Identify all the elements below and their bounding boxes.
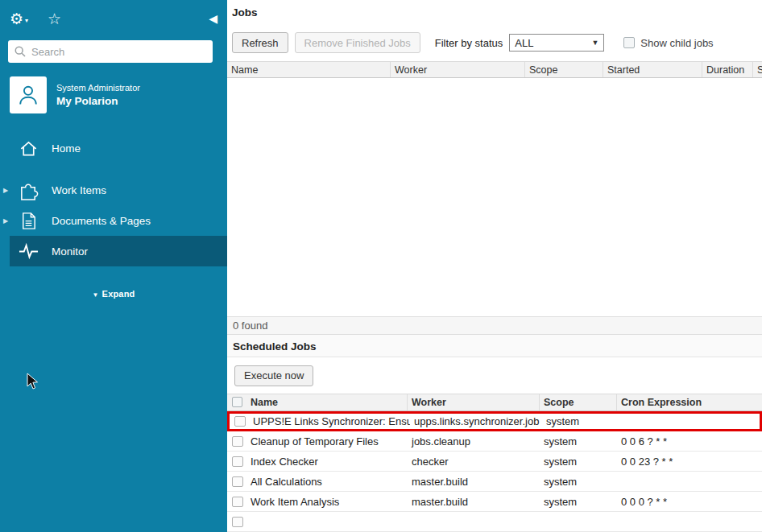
- job-worker: master.build: [408, 496, 540, 508]
- job-name: UPPS!E Links Synchronizer: Ensure: [249, 415, 410, 427]
- collapse-sidebar-icon[interactable]: ◀: [209, 12, 217, 25]
- scheduled-job-row[interactable]: Index Checkercheckersystem0 0 23 ? * *: [227, 452, 762, 472]
- triangle-down-icon: ▼: [92, 291, 98, 299]
- sidebar-item-label: Home: [52, 142, 81, 155]
- job-cron: 0 0 23 ? * *: [617, 456, 762, 468]
- jobs-found-count: 0 found: [227, 316, 762, 335]
- col-status[interactable]: S: [753, 62, 762, 77]
- select-all-checkbox[interactable]: [232, 397, 242, 407]
- row-checkbox[interactable]: [232, 476, 243, 487]
- sidebar-item-work-items[interactable]: ▶ Work Items: [0, 175, 227, 205]
- user-block[interactable]: System Administrator My Polarion: [10, 76, 219, 113]
- row-checkbox-cell: [227, 436, 246, 447]
- col-scope[interactable]: Scope: [540, 394, 617, 410]
- scheduled-job-row[interactable]: All Calculationsmaster.buildsystem: [227, 472, 762, 492]
- col-cron-expression[interactable]: Cron Expression: [617, 394, 762, 410]
- show-child-jobs-checkbox[interactable]: [623, 37, 635, 48]
- job-name: Work Item Analysis: [246, 496, 408, 508]
- gear-icon: ⚙: [10, 11, 23, 27]
- col-name[interactable]: Name: [246, 394, 408, 410]
- workspace-title: My Polarion: [56, 95, 140, 107]
- sidebar-item-label: Documents & Pages: [52, 215, 151, 227]
- sidebar-item-home[interactable]: Home: [0, 133, 227, 163]
- col-started[interactable]: Started: [603, 62, 702, 77]
- page-title: Jobs: [227, 0, 762, 24]
- filter-status-select[interactable]: ALL ▼: [509, 34, 604, 52]
- job-scope: system: [540, 476, 617, 488]
- sidebar-item-monitor[interactable]: Monitor: [10, 236, 227, 266]
- row-checkbox[interactable]: [232, 497, 243, 507]
- user-role: System Administrator: [56, 83, 140, 93]
- scheduled-jobs-title: Scheduled Jobs: [227, 335, 762, 357]
- show-child-jobs-toggle[interactable]: Show child jobs: [623, 37, 713, 49]
- monitor-icon: [18, 241, 39, 262]
- scheduled-toolbar: Execute now: [227, 357, 762, 394]
- settings-menu-button[interactable]: ⚙ ▾: [10, 11, 28, 27]
- job-name: Cleanup of Temporary Files: [246, 435, 408, 447]
- sidebar-search[interactable]: [8, 40, 213, 63]
- expand-label: Expand: [102, 289, 135, 299]
- scheduled-job-row[interactable]: [227, 512, 762, 532]
- filter-by-status-label: Filter by status: [435, 37, 503, 49]
- sidebar-item-label: Work Items: [52, 184, 106, 196]
- col-duration[interactable]: Duration: [702, 62, 753, 77]
- scheduled-job-row[interactable]: UPPS!E Links Synchronizer: Ensureupps.li…: [227, 411, 762, 431]
- sidebar-nav: Home ▶ Work Items ▶ Docum: [0, 133, 227, 266]
- refresh-button[interactable]: Refresh: [232, 32, 288, 53]
- select-all-checkbox-cell: [227, 394, 246, 410]
- expand-navigation-link[interactable]: ▼Expand: [0, 289, 227, 299]
- col-scope[interactable]: Scope: [525, 62, 603, 77]
- user-icon: [16, 83, 40, 107]
- chevron-down-icon: ▾: [25, 17, 28, 24]
- row-checkbox-cell: [227, 476, 246, 487]
- avatar: [10, 76, 47, 113]
- jobs-toolbar: Refresh Remove Finished Jobs Filter by s…: [227, 24, 762, 61]
- home-icon: [18, 138, 39, 159]
- sidebar-top-bar: ⚙ ▾ ☆ ◀: [0, 0, 227, 37]
- job-worker: upps.links.synchronizer.job: [410, 415, 542, 427]
- job-scope: system: [540, 496, 617, 508]
- sidebar-item-label: Monitor: [52, 245, 88, 258]
- job-cron: 0 0 6 ? * *: [617, 435, 762, 447]
- row-checkbox[interactable]: [232, 436, 243, 447]
- jobs-table-body-empty: [227, 78, 762, 316]
- scheduled-table-header: Name Worker Scope Cron Expression: [227, 394, 762, 411]
- sidebar: ⚙ ▾ ☆ ◀ System Administrator: [0, 0, 227, 532]
- expand-arrow-icon[interactable]: ▶: [3, 187, 8, 194]
- execute-now-button[interactable]: Execute now: [234, 365, 313, 386]
- col-name[interactable]: Name: [227, 62, 391, 77]
- job-worker: checker: [408, 456, 540, 468]
- job-scope: system: [542, 415, 619, 427]
- job-worker: master.build: [408, 476, 540, 488]
- remove-finished-jobs-button: Remove Finished Jobs: [295, 32, 420, 53]
- expand-arrow-icon[interactable]: ▶: [3, 217, 8, 225]
- search-icon: [14, 46, 26, 57]
- job-cron: 0 0 0 ? * *: [617, 496, 762, 508]
- show-child-jobs-label: Show child jobs: [640, 37, 713, 49]
- row-checkbox-cell: [227, 456, 246, 467]
- col-worker[interactable]: Worker: [391, 62, 525, 77]
- main-content: Jobs Refresh Remove Finished Jobs Filter…: [227, 0, 762, 532]
- job-scope: system: [540, 456, 617, 468]
- scheduled-job-row[interactable]: Cleanup of Temporary Filesjobs.cleanupsy…: [227, 431, 762, 452]
- scheduled-job-row[interactable]: Work Item Analysismaster.buildsystem0 0 …: [227, 492, 762, 512]
- jobs-table-header: Name Worker Scope Started Duration S: [227, 61, 762, 78]
- row-checkbox[interactable]: [234, 416, 246, 427]
- row-checkbox[interactable]: [232, 456, 243, 467]
- chevron-down-icon: ▼: [591, 39, 598, 47]
- row-checkbox-cell: [227, 497, 246, 507]
- documents-icon: [18, 210, 39, 231]
- row-checkbox-cell: [230, 416, 249, 427]
- favorites-star-icon[interactable]: ☆: [48, 11, 61, 27]
- work-items-icon: [18, 179, 39, 200]
- search-input[interactable]: [31, 46, 206, 58]
- job-scope: system: [540, 435, 617, 447]
- sidebar-item-documents-pages[interactable]: ▶ Documents & Pages: [0, 205, 227, 236]
- job-name: All Calculations: [246, 476, 408, 488]
- col-worker[interactable]: Worker: [408, 394, 540, 410]
- job-name: Index Checker: [246, 456, 408, 468]
- scheduled-rows: UPPS!E Links Synchronizer: Ensureupps.li…: [227, 411, 762, 532]
- job-worker: jobs.cleanup: [408, 435, 540, 447]
- row-checkbox-cell: [227, 517, 246, 527]
- row-checkbox[interactable]: [232, 517, 243, 527]
